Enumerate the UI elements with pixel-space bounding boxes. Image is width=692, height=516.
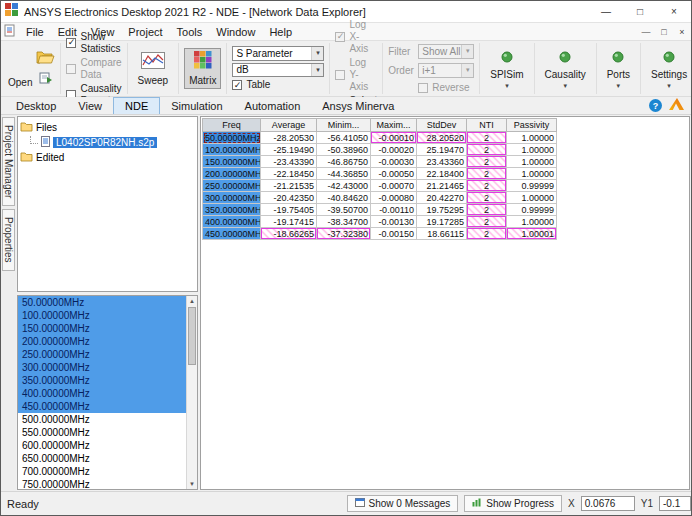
- stat-cell[interactable]: 18.66115: [417, 228, 467, 240]
- stat-cell[interactable]: 25.19470: [417, 144, 467, 156]
- stat-cell[interactable]: -20.42350: [261, 192, 317, 204]
- log-x-axis-checkbox[interactable]: Log X-Axis: [335, 19, 377, 55]
- stat-cell[interactable]: -21.21535: [261, 180, 317, 192]
- stat-cell[interactable]: 2: [467, 216, 507, 228]
- column-header-average[interactable]: Average: [261, 119, 317, 132]
- edited-folder-item[interactable]: Edited: [20, 150, 195, 165]
- frequency-item[interactable]: 700.00000MHz: [18, 465, 186, 478]
- frequency-scrollbar[interactable]: ▲ ▼: [186, 296, 197, 489]
- stat-cell[interactable]: 2: [467, 180, 507, 192]
- tab-automation[interactable]: Automation: [234, 97, 312, 114]
- x-coordinate-field[interactable]: 0.0676: [581, 496, 635, 511]
- stat-cell[interactable]: -40.84620: [317, 192, 371, 204]
- stat-cell[interactable]: 21.21465: [417, 180, 467, 192]
- frequency-item[interactable]: 650.00000MHz: [18, 452, 186, 465]
- stat-cell[interactable]: -42.43000: [317, 180, 371, 192]
- frequency-item[interactable]: 450.00000MHz: [18, 400, 186, 413]
- freq-cell[interactable]: 350.00000MHz: [203, 204, 261, 216]
- tab-simulation[interactable]: Simulation: [160, 97, 233, 114]
- filter-select[interactable]: Show All▾: [418, 44, 474, 59]
- stat-cell[interactable]: 23.43360: [417, 156, 467, 168]
- parameter-select[interactable]: S Parameter▾: [232, 46, 324, 61]
- maximize-button[interactable]: □: [623, 1, 657, 22]
- stat-cell[interactable]: 28.20520: [417, 132, 467, 144]
- stat-cell[interactable]: -50.38960: [317, 144, 371, 156]
- column-header-freq[interactable]: Freq: [203, 119, 261, 132]
- frequency-item[interactable]: 50.00000MHz: [18, 296, 186, 309]
- import-file-icon[interactable]: [39, 70, 53, 88]
- stat-cell[interactable]: -37.32380: [317, 228, 371, 240]
- stat-cell[interactable]: 1.00000: [507, 192, 557, 204]
- tab-desktop[interactable]: Desktop: [5, 97, 67, 114]
- frequency-item[interactable]: 350.00000MHz: [18, 374, 186, 387]
- tab-ansys-minerva[interactable]: Ansys Minerva: [311, 97, 405, 114]
- stat-cell[interactable]: -0.00080: [371, 192, 417, 204]
- menu-project[interactable]: Project: [121, 23, 169, 40]
- show-statistics-checkbox[interactable]: Show Statistics: [66, 31, 121, 55]
- frequency-item[interactable]: 300.00000MHz: [18, 361, 186, 374]
- stat-cell[interactable]: -28.20530: [261, 132, 317, 144]
- table-checkbox[interactable]: Table: [232, 79, 324, 91]
- stat-cell[interactable]: -56.41050: [317, 132, 371, 144]
- log-y-axis-checkbox[interactable]: Log Y-Axis: [335, 57, 377, 93]
- show-progress-button[interactable]: Show Progress: [464, 495, 562, 512]
- stat-cell[interactable]: 19.75295: [417, 204, 467, 216]
- menu-help[interactable]: Help: [262, 23, 299, 40]
- unit-select[interactable]: dB▾: [232, 63, 324, 78]
- stat-cell[interactable]: 2: [467, 156, 507, 168]
- frequency-item[interactable]: 750.00000MHz: [18, 478, 186, 489]
- stat-cell[interactable]: 19.17285: [417, 216, 467, 228]
- stat-cell[interactable]: -19.17415: [261, 216, 317, 228]
- stat-cell[interactable]: -38.34700: [317, 216, 371, 228]
- column-header-passivity[interactable]: Passivity: [507, 119, 557, 132]
- scrollbar-thumb[interactable]: [188, 307, 196, 365]
- frequency-item[interactable]: 600.00000MHz: [18, 439, 186, 452]
- child-restore-button[interactable]: □: [655, 24, 673, 40]
- frequency-item[interactable]: 550.00000MHz: [18, 426, 186, 439]
- stat-cell[interactable]: 1.00000: [507, 132, 557, 144]
- menu-window[interactable]: Window: [209, 23, 262, 40]
- causality-button[interactable]: Causality ▾: [540, 46, 591, 92]
- matrix-button[interactable]: Matrix: [184, 48, 221, 89]
- compare-data-checkbox[interactable]: Compare Data: [66, 57, 121, 81]
- frequency-item[interactable]: 400.00000MHz: [18, 387, 186, 400]
- stat-cell[interactable]: -23.43390: [261, 156, 317, 168]
- stat-cell[interactable]: 1.00000: [507, 168, 557, 180]
- stat-cell[interactable]: -0.00110: [371, 204, 417, 216]
- stat-cell[interactable]: 20.42270: [417, 192, 467, 204]
- stat-cell[interactable]: 0.99999: [507, 204, 557, 216]
- scroll-down-icon[interactable]: ▼: [187, 479, 197, 489]
- stat-cell[interactable]: 0.99999: [507, 180, 557, 192]
- frequency-item[interactable]: 150.00000MHz: [18, 322, 186, 335]
- stat-cell[interactable]: 1.00000: [507, 144, 557, 156]
- stat-cell[interactable]: 1.00000: [507, 216, 557, 228]
- column-header-minim[interactable]: Minim...: [317, 119, 371, 132]
- stat-cell[interactable]: -0.00130: [371, 216, 417, 228]
- open-button[interactable]: Open: [8, 77, 32, 88]
- tab-view[interactable]: View: [67, 97, 113, 114]
- stat-cell[interactable]: 2: [467, 132, 507, 144]
- stat-cell[interactable]: -19.75405: [261, 204, 317, 216]
- sweep-button[interactable]: Sweep: [133, 49, 174, 89]
- freq-cell[interactable]: 400.00000MHz: [203, 216, 261, 228]
- stat-cell[interactable]: 2: [467, 168, 507, 180]
- help-icon[interactable]: ?: [649, 99, 662, 112]
- settings-button[interactable]: Settings ▾: [646, 46, 692, 92]
- frequency-item[interactable]: 250.00000MHz: [18, 348, 186, 361]
- stat-cell[interactable]: 2: [467, 204, 507, 216]
- sidebar-tab-project-manager[interactable]: Project Manager: [2, 117, 15, 206]
- stat-cell[interactable]: 2: [467, 144, 507, 156]
- frequency-item[interactable]: 500.00000MHz: [18, 413, 186, 426]
- stat-cell[interactable]: -39.50700: [317, 204, 371, 216]
- freq-cell[interactable]: 450.00000MHz: [203, 228, 261, 240]
- menu-file[interactable]: File: [19, 23, 51, 40]
- open-folder-icon[interactable]: [36, 50, 55, 68]
- stat-cell[interactable]: 22.18400: [417, 168, 467, 180]
- show-messages-button[interactable]: Show 0 Messages: [347, 495, 459, 512]
- stat-cell[interactable]: -0.00050: [371, 168, 417, 180]
- spisim-button[interactable]: SPISim ▾: [485, 46, 528, 92]
- freq-cell[interactable]: 250.00000MHz: [203, 180, 261, 192]
- freq-cell[interactable]: 50.00000MHz: [203, 132, 261, 144]
- freq-cell[interactable]: 200.00000MHz: [203, 168, 261, 180]
- reverse-checkbox[interactable]: Reverse: [418, 82, 469, 94]
